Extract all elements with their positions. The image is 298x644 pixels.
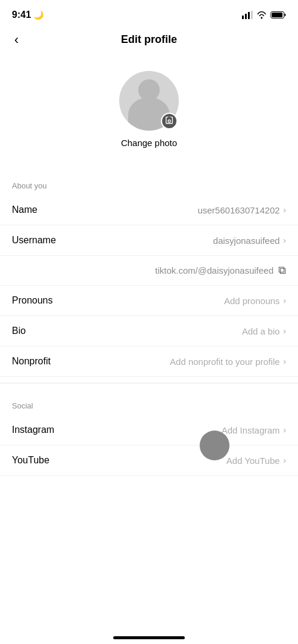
instagram-row[interactable]: Instagram Add Instagram ›	[0, 415, 298, 445]
nonprofit-chevron-icon: ›	[283, 357, 286, 366]
username-chevron-icon: ›	[283, 236, 286, 245]
profile-section: Change photo	[0, 53, 298, 160]
nonprofit-label: Nonprofit	[12, 356, 51, 367]
username-value: daisyjonasuifeed	[213, 236, 280, 246]
instagram-chevron-icon: ›	[283, 425, 286, 435]
signal-icon	[242, 11, 253, 19]
social-section-label: Social	[0, 389, 298, 415]
name-chevron-icon: ›	[283, 205, 286, 215]
back-button[interactable]: ‹	[10, 30, 23, 50]
avatar-head	[138, 79, 160, 101]
camera-badge	[161, 113, 178, 129]
pronouns-chevron-icon: ›	[283, 296, 286, 305]
section-divider	[0, 383, 298, 383]
change-photo-button[interactable]: Change photo	[121, 138, 177, 148]
youtube-label: YouTube	[12, 455, 49, 466]
youtube-chevron-icon: ›	[283, 456, 286, 465]
avatar-container[interactable]	[119, 71, 179, 131]
name-value: user5601630714202	[198, 205, 280, 215]
username-value-container: daisyjonasuifeed ›	[213, 236, 286, 246]
svg-rect-1	[245, 14, 247, 19]
pronouns-label: Pronouns	[12, 295, 53, 306]
wifi-icon	[256, 11, 267, 19]
nonprofit-value: Add nonprofit to your profile	[170, 357, 280, 367]
username-row[interactable]: Username daisyjonasuifeed ›	[0, 225, 298, 256]
pronouns-row[interactable]: Pronouns Add pronouns ›	[0, 286, 298, 316]
name-value-container: user5601630714202 ›	[198, 205, 286, 215]
page-title: Edit profile	[121, 33, 177, 46]
home-indicator	[113, 636, 185, 639]
battery-icon	[271, 11, 286, 19]
bio-label: Bio	[12, 326, 26, 336]
youtube-value-container: Add YouTube ›	[226, 456, 286, 466]
nav-bar: ‹ Edit profile	[0, 26, 298, 53]
svg-rect-6	[272, 13, 283, 17]
youtube-row[interactable]: YouTube Add YouTube ›	[0, 445, 298, 476]
status-time: 9:41 🌙	[12, 10, 44, 20]
name-label: Name	[12, 205, 38, 215]
instagram-value: Add Instagram	[222, 425, 280, 435]
youtube-value: Add YouTube	[226, 456, 280, 466]
bio-chevron-icon: ›	[283, 326, 286, 336]
status-icons	[242, 11, 286, 19]
nonprofit-value-container: Add nonprofit to your profile ›	[170, 357, 286, 367]
copy-icon[interactable]: ⧉	[278, 264, 286, 277]
pronouns-value-container: Add pronouns ›	[224, 296, 286, 306]
moon-icon: 🌙	[33, 10, 44, 20]
bio-value-container: Add a bio ›	[242, 326, 286, 336]
pronouns-value: Add pronouns	[224, 296, 280, 306]
status-bar: 9:41 🌙	[0, 0, 298, 26]
name-row[interactable]: Name user5601630714202 ›	[0, 195, 298, 225]
tiktok-url-row: tiktok.com/@daisyjonasuifeed ⧉	[0, 256, 298, 286]
svg-rect-0	[242, 16, 244, 19]
instagram-value-container: Add Instagram ›	[222, 425, 286, 435]
nonprofit-row[interactable]: Nonprofit Add nonprofit to your profile …	[0, 346, 298, 377]
svg-rect-3	[251, 11, 253, 19]
instagram-label: Instagram	[12, 425, 54, 435]
tiktok-url-text: tiktok.com/@daisyjonasuifeed	[155, 265, 274, 275]
svg-rect-2	[248, 12, 250, 19]
svg-point-4	[261, 17, 263, 19]
username-label: Username	[12, 235, 56, 246]
scroll-handle	[200, 431, 229, 460]
bio-value: Add a bio	[242, 326, 280, 336]
camera-icon	[164, 116, 174, 126]
about-you-section-label: About you	[0, 172, 298, 195]
bio-row[interactable]: Bio Add a bio ›	[0, 316, 298, 346]
